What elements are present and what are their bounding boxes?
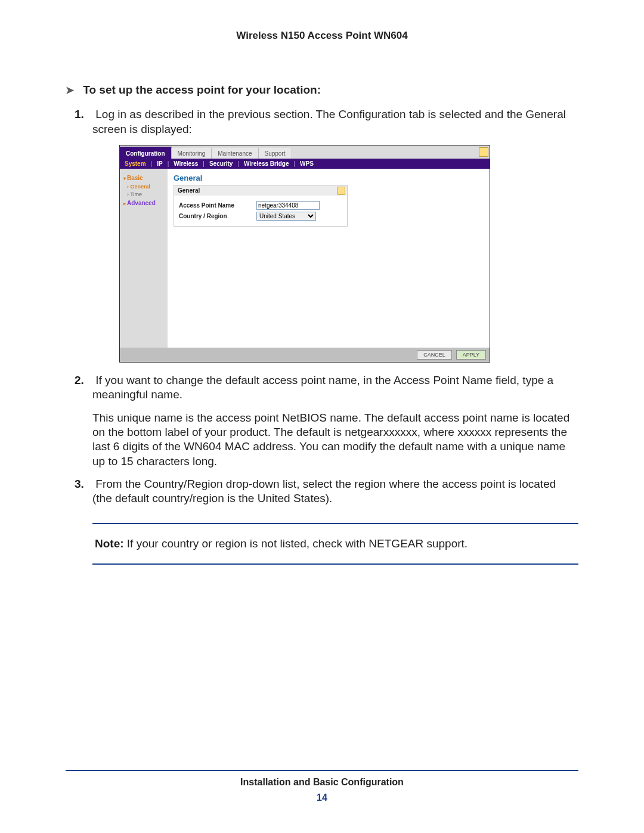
sidebar-item-advanced[interactable]: ▸Advanced (123, 200, 164, 206)
logout-icon[interactable] (479, 147, 488, 157)
step-number: 2. (75, 373, 89, 388)
sidebar: ▾Basic › General › Time ▸Advanced (120, 169, 168, 348)
tab-support[interactable]: Support (259, 148, 292, 159)
doc-header-title: Wireless N150 Access Point WN604 (66, 30, 578, 42)
country-label: Country / Region (179, 213, 256, 219)
tab-monitoring[interactable]: Monitoring (172, 148, 212, 159)
task-heading-text: To set up the access point for your loca… (83, 83, 321, 96)
step-2-paragraph: This unique name is the access point Net… (92, 411, 578, 469)
ap-name-label: Access Point Name (179, 202, 256, 209)
action-bar: CANCEL APPLY (120, 348, 490, 362)
content-page-title: General (174, 174, 482, 182)
sub-tab-bar: System| IP| Wireless| Security| Wireless… (120, 159, 490, 169)
step-3: 3. From the Country/Region drop-down lis… (92, 477, 578, 506)
content-pane: General General Access Point Name (168, 169, 490, 348)
help-icon[interactable] (337, 187, 345, 195)
subtab-wireless-bridge[interactable]: Wireless Bridge (244, 160, 289, 167)
general-panel: General Access Point Name Country / Regi… (174, 185, 348, 227)
apply-button[interactable]: APPLY (456, 350, 486, 360)
cancel-button[interactable]: CANCEL (417, 350, 452, 360)
tab-configuration[interactable]: Configuration (120, 147, 172, 159)
country-select[interactable]: United States (256, 212, 316, 221)
sidebar-item-time[interactable]: › Time (127, 191, 164, 197)
panel-header: General (174, 185, 347, 196)
ap-name-input[interactable] (256, 201, 320, 210)
note-callout: Note: If your country or region is not l… (92, 523, 578, 565)
step-text: Log in as described in the previous sect… (92, 108, 566, 135)
footer-rule (66, 770, 578, 771)
top-tab-bar: Configuration Monitoring Maintenance Sup… (120, 145, 490, 159)
step-number: 1. (75, 107, 89, 122)
subtab-ip[interactable]: IP (157, 160, 162, 167)
sidebar-item-basic[interactable]: ▾Basic (123, 175, 164, 181)
config-ui-window: Configuration Monitoring Maintenance Sup… (119, 145, 490, 363)
step-2: 2. If you want to change the default acc… (92, 373, 578, 402)
caret-right-icon: ▸ (123, 201, 126, 206)
subtab-system[interactable]: System (125, 160, 146, 167)
subtab-wps[interactable]: WPS (300, 160, 314, 167)
step-number: 3. (75, 477, 89, 491)
sidebar-item-general[interactable]: › General (127, 184, 164, 190)
footer-page-number: 14 (66, 792, 578, 803)
footer-section-title: Installation and Basic Configuration (66, 777, 578, 788)
step-text: If you want to change the default access… (92, 374, 553, 401)
subtab-wireless[interactable]: Wireless (174, 160, 198, 167)
step-text: From the Country/Region drop-down list, … (92, 478, 556, 504)
note-label: Note: (95, 537, 124, 550)
caret-down-icon: ▾ (123, 176, 126, 181)
screenshot-figure: Configuration Monitoring Maintenance Sup… (119, 145, 578, 363)
step-1: 1. Log in as described in the previous s… (92, 107, 578, 137)
note-text: If your country or region is not listed,… (124, 537, 468, 550)
panel-header-text: General (178, 187, 200, 194)
page-footer: Installation and Basic Configuration 14 (66, 770, 578, 803)
subtab-security[interactable]: Security (209, 160, 233, 167)
arrow-right-icon: ➤ (66, 84, 74, 97)
task-heading: ➤ To set up the access point for your lo… (66, 83, 578, 97)
tab-maintenance[interactable]: Maintenance (212, 148, 258, 159)
